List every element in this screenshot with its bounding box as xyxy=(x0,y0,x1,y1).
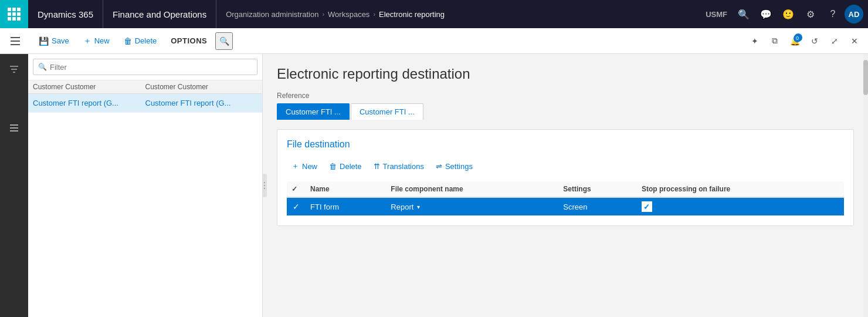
fd-new-button[interactable]: ＋ New xyxy=(287,158,322,174)
svg-rect-4 xyxy=(10,127,18,129)
reference-tab-1[interactable]: Customer FTI ... xyxy=(277,103,350,120)
file-dest-table: ✓ Name File component name Settings Stop… xyxy=(287,181,844,216)
fd-delete-icon: 🗑 xyxy=(329,162,337,171)
main-layout: 🔍 Customer Customer Customer Customer Cu… xyxy=(0,54,868,317)
row-stop-processing-cell: ✓ xyxy=(637,197,844,216)
delete-button[interactable]: 🗑 Delete xyxy=(118,32,163,50)
help-nav-button[interactable]: ? xyxy=(822,4,843,25)
save-icon: 💾 xyxy=(39,36,49,46)
list-sidebar-button[interactable] xyxy=(4,117,25,139)
open-in-new-icon[interactable]: ⧉ xyxy=(766,32,784,50)
col-check: ✓ xyxy=(287,181,306,197)
checkbox-check-icon: ✓ xyxy=(643,203,650,211)
svg-rect-5 xyxy=(10,130,18,131)
scrollbar-thumb[interactable] xyxy=(863,60,868,95)
list-panel: 🔍 Customer Customer Customer Customer Cu… xyxy=(28,54,263,317)
toolbar-search-button[interactable]: 🔍 xyxy=(215,32,233,50)
svg-rect-2 xyxy=(11,44,20,45)
scrollbar-track[interactable] xyxy=(863,54,868,317)
fd-settings-icon: ⇌ xyxy=(436,162,442,171)
options-button[interactable]: OPTIONS xyxy=(165,32,213,50)
reference-label: Reference xyxy=(277,92,854,100)
filter-bar: 🔍 xyxy=(28,54,262,80)
user-avatar[interactable]: AD xyxy=(845,5,863,23)
row-check-cell: ✓ xyxy=(287,197,306,216)
svg-rect-1 xyxy=(11,41,20,42)
list-item[interactable]: Customer FTI report (G... Customer FTI r… xyxy=(28,94,262,113)
new-icon: ＋ xyxy=(83,36,91,46)
notification-count: 0 xyxy=(794,33,802,42)
nav-right-icons: USMF 🔍 💬 🙂 ⚙ ? AD xyxy=(701,4,868,25)
row-check-icon: ✓ xyxy=(293,202,300,211)
col-file-component: File component name xyxy=(386,181,558,197)
chat-nav-button[interactable]: 💬 xyxy=(755,4,777,25)
top-nav: Dynamics 365 Finance and Operations Orga… xyxy=(0,0,868,28)
refresh-icon[interactable]: ↺ xyxy=(806,32,823,50)
hamburger-button[interactable] xyxy=(5,31,26,52)
fd-translations-button[interactable]: ⇈ Translations xyxy=(369,158,429,174)
list-item-col1: Customer FTI report (G... xyxy=(33,99,145,107)
reference-section: Reference Customer FTI ... Customer FTI … xyxy=(277,92,854,120)
col-name: Name xyxy=(306,181,386,197)
resize-handle[interactable] xyxy=(262,174,267,197)
filter-sidebar-button[interactable] xyxy=(4,59,25,80)
breadcrumb: Organization administration › Workspaces… xyxy=(216,10,701,19)
list-col2-header: Customer Customer xyxy=(145,83,258,91)
waffle-icon xyxy=(8,8,21,21)
list-item-col2: Customer FTI report (G... xyxy=(145,99,258,107)
dropdown-arrow-icon[interactable]: ▾ xyxy=(417,204,420,210)
fao-label: Finance and Operations xyxy=(103,0,216,28)
filter-input[interactable] xyxy=(50,63,252,72)
fd-translations-icon: ⇈ xyxy=(374,162,380,171)
settings-nav-button[interactable]: ⚙ xyxy=(800,4,821,25)
sidebar-icons xyxy=(0,54,28,317)
svg-rect-0 xyxy=(11,37,20,38)
hamburger-icon xyxy=(11,37,20,45)
row-file-component-cell: Report ▾ xyxy=(386,197,558,216)
waffle-button[interactable] xyxy=(0,0,28,28)
list-col1-header: Customer Customer xyxy=(33,83,145,91)
file-destination-title: File destination xyxy=(287,139,844,150)
file-dest-toolbar: ＋ New 🗑 Delete ⇈ Translations ⇌ Settings xyxy=(287,158,844,174)
filter-input-wrap: 🔍 xyxy=(33,59,257,75)
fd-new-icon: ＋ xyxy=(291,161,299,171)
notification-icon[interactable]: 🔔 0 xyxy=(786,32,803,50)
col-stop-processing: Stop processing on failure xyxy=(637,181,844,197)
reference-tabs: Customer FTI ... Customer FTI ... xyxy=(277,103,854,120)
new-button[interactable]: ＋ New xyxy=(77,32,116,50)
fd-settings-button[interactable]: ⇌ Settings xyxy=(431,158,477,174)
list-header: Customer Customer Customer Customer xyxy=(28,80,262,94)
fd-delete-button[interactable]: 🗑 Delete xyxy=(324,158,367,174)
svg-rect-3 xyxy=(10,124,18,126)
main-toolbar: 💾 Save ＋ New 🗑 Delete OPTIONS 🔍 ✦ ⧉ 🔔 0 … xyxy=(0,28,868,54)
file-destination-card: File destination ＋ New 🗑 Delete ⇈ Transl… xyxy=(277,129,854,226)
filter-icon xyxy=(9,65,19,74)
personalize-icon[interactable]: ✦ xyxy=(746,32,764,50)
env-badge: USMF xyxy=(701,10,732,19)
row-name-cell: FTI form xyxy=(306,197,386,216)
smiley-nav-button[interactable]: 🙂 xyxy=(778,4,799,25)
page-title: Electronic reporting destination xyxy=(277,66,854,82)
search-nav-button[interactable]: 🔍 xyxy=(733,4,754,25)
col-settings: Settings xyxy=(558,181,637,197)
content-panel: Electronic reporting destination Referen… xyxy=(263,54,868,317)
dynamics365-label: Dynamics 365 xyxy=(28,0,103,28)
maximize-icon[interactable]: ⤢ xyxy=(826,32,843,50)
filter-icon: 🔍 xyxy=(38,63,47,71)
toolbar-right: ✦ ⧉ 🔔 0 ↺ ⤢ ✕ xyxy=(746,32,863,50)
stop-processing-checkbox[interactable]: ✓ xyxy=(642,201,652,212)
reference-tab-2[interactable]: Customer FTI ... xyxy=(351,103,423,120)
save-button[interactable]: 💾 Save xyxy=(33,32,75,50)
close-icon[interactable]: ✕ xyxy=(846,32,863,50)
list-icon xyxy=(9,123,19,133)
table-row[interactable]: ✓ FTI form Report ▾ Screen ✓ xyxy=(287,197,844,216)
list-items: Customer FTI report (G... Customer FTI r… xyxy=(28,94,262,317)
delete-icon: 🗑 xyxy=(124,36,132,46)
row-settings-cell: Screen xyxy=(558,197,637,216)
